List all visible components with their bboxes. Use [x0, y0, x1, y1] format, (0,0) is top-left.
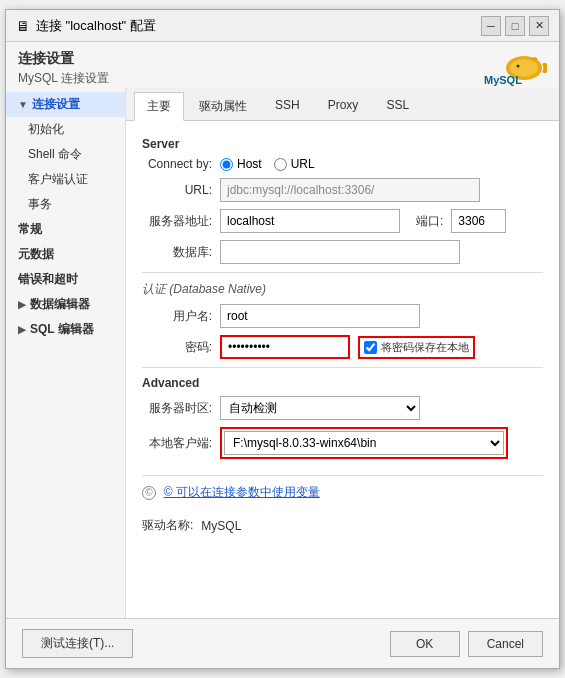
sidebar-item-label: 元数据	[18, 246, 54, 263]
driver-label: 驱动名称:	[142, 517, 193, 534]
sidebar-item-label: Shell 命令	[28, 146, 82, 163]
header-wrapper: 连接设置 MySQL 连接设置 MySQL	[6, 42, 559, 88]
info-icon: ©	[142, 486, 156, 500]
header-title: 连接设置	[18, 50, 109, 68]
db-label: 数据库:	[142, 244, 212, 261]
port-input[interactable]	[451, 209, 506, 233]
mysql-logo: MySQL	[482, 50, 547, 88]
radio-host-text: Host	[237, 157, 262, 171]
chevron-right-icon: ▶	[18, 324, 26, 335]
sidebar: ▼ 连接设置 初始化 Shell 命令 客户端认证 事务 常规 元数据 错误	[6, 88, 126, 618]
timezone-select[interactable]: 自动检测 UTC Asia/Shanghai	[220, 396, 420, 420]
timezone-row: 服务器时区: 自动检测 UTC Asia/Shanghai	[142, 396, 543, 420]
main-window: 🖥 连接 "localhost" 配置 ─ □ ✕ 连接设置 MySQL 连接设…	[5, 9, 560, 669]
username-label: 用户名:	[142, 308, 212, 325]
sidebar-item-client-auth[interactable]: 客户端认证	[6, 167, 125, 192]
local-client-select[interactable]: F:\mysql-8.0.33-winx64\bin	[224, 431, 504, 455]
db-row: 数据库:	[142, 240, 543, 264]
local-client-row: 本地客户端: F:\mysql-8.0.33-winx64\bin	[142, 427, 543, 459]
tab-main[interactable]: 主要	[134, 92, 184, 121]
sidebar-item-error-timeout[interactable]: 错误和超时	[6, 267, 125, 292]
main-content: ▼ 连接设置 初始化 Shell 命令 客户端认证 事务 常规 元数据 错误	[6, 88, 559, 618]
sidebar-item-label: 客户端认证	[28, 171, 88, 188]
form-area: Server Connect by: Host URL	[126, 121, 559, 618]
password-row: 密码: 将密码保存在本地	[142, 335, 543, 359]
db-input[interactable]	[220, 240, 460, 264]
username-row: 用户名:	[142, 304, 543, 328]
window-title: 连接 "localhost" 配置	[36, 17, 156, 35]
right-panel: 主要 驱动属性 SSH Proxy SSL Server Connect by:…	[126, 88, 559, 618]
password-input[interactable]	[220, 335, 350, 359]
chevron-icon: ▼	[18, 99, 28, 110]
auth-label: 认证 (Database Native)	[142, 281, 543, 298]
radio-url-label[interactable]: URL	[274, 157, 315, 171]
radio-url-text: URL	[291, 157, 315, 171]
driver-row: 驱动名称: MySQL	[142, 517, 543, 534]
save-password-checkbox[interactable]	[364, 341, 377, 354]
sidebar-item-metadata[interactable]: 元数据	[6, 242, 125, 267]
svg-point-2	[517, 65, 520, 68]
tab-bar: 主要 驱动属性 SSH Proxy SSL	[126, 88, 559, 121]
title-bar-controls: ─ □ ✕	[481, 16, 549, 36]
bottom-bar: 测试连接(T)... OK Cancel	[6, 618, 559, 668]
sidebar-item-shell[interactable]: Shell 命令	[6, 142, 125, 167]
host-label: 服务器地址:	[142, 213, 212, 230]
connect-by-label: Connect by:	[142, 157, 212, 171]
maximize-button[interactable]: □	[505, 16, 525, 36]
url-label: URL:	[142, 183, 212, 197]
timezone-label: 服务器时区:	[142, 400, 212, 417]
divider-1	[142, 272, 543, 273]
ok-button[interactable]: OK	[390, 631, 460, 657]
sidebar-item-label: 连接设置	[32, 96, 80, 113]
advanced-label: Advanced	[142, 376, 543, 390]
sidebar-item-label: 初始化	[28, 121, 64, 138]
sidebar-item-connection[interactable]: ▼ 连接设置	[6, 92, 125, 117]
password-label: 密码:	[142, 339, 212, 356]
save-password-label[interactable]: 将密码保存在本地	[358, 336, 475, 359]
title-bar-left: 🖥 连接 "localhost" 配置	[16, 17, 156, 35]
variables-link[interactable]: © 可以在连接参数中使用变量	[164, 485, 320, 499]
tab-driver-props[interactable]: 驱动属性	[186, 92, 260, 120]
local-client-select-wrapper: F:\mysql-8.0.33-winx64\bin	[220, 427, 508, 459]
auth-section: 认证 (Database Native) 用户名: 密码: 将密码保存在本地	[142, 281, 543, 359]
sidebar-item-label: SQL 编辑器	[30, 321, 94, 338]
close-button[interactable]: ✕	[529, 16, 549, 36]
connect-by-row: Connect by: Host URL	[142, 157, 543, 171]
ok-cancel-group: OK Cancel	[390, 631, 543, 657]
header-text: 连接设置 MySQL 连接设置	[18, 50, 109, 87]
host-row: 服务器地址: 端口:	[142, 209, 543, 233]
test-connection-button[interactable]: 测试连接(T)...	[22, 629, 133, 658]
username-input[interactable]	[220, 304, 420, 328]
host-input[interactable]	[220, 209, 400, 233]
server-section-label: Server	[142, 137, 543, 151]
minimize-button[interactable]: ─	[481, 16, 501, 36]
radio-host-label[interactable]: Host	[220, 157, 262, 171]
driver-value: MySQL	[201, 519, 241, 533]
tab-proxy[interactable]: Proxy	[315, 92, 372, 120]
sidebar-item-label: 错误和超时	[18, 271, 78, 288]
radio-host[interactable]	[220, 158, 233, 171]
divider-2	[142, 367, 543, 368]
tab-ssh[interactable]: SSH	[262, 92, 313, 120]
local-client-label: 本地客户端:	[142, 435, 212, 452]
sidebar-item-sql-editor[interactable]: ▶ SQL 编辑器	[6, 317, 125, 342]
sidebar-item-general[interactable]: 常规	[6, 217, 125, 242]
header-subtitle: MySQL 连接设置	[18, 70, 109, 87]
sidebar-item-tasks[interactable]: 事务	[6, 192, 125, 217]
port-label: 端口:	[416, 213, 443, 230]
window-title-icon: 🖥	[16, 18, 30, 34]
sidebar-item-label: 常规	[18, 221, 42, 238]
url-input[interactable]	[220, 178, 480, 202]
chevron-right-icon: ▶	[18, 299, 26, 310]
radio-url[interactable]	[274, 158, 287, 171]
save-password-text: 将密码保存在本地	[381, 340, 469, 355]
sidebar-item-label: 事务	[28, 196, 52, 213]
svg-text:MySQL: MySQL	[484, 74, 522, 86]
url-row: URL:	[142, 178, 543, 202]
advanced-section: Advanced 服务器时区: 自动检测 UTC Asia/Shanghai 本…	[142, 376, 543, 459]
sidebar-item-label: 数据编辑器	[30, 296, 90, 313]
cancel-button[interactable]: Cancel	[468, 631, 543, 657]
tab-ssl[interactable]: SSL	[373, 92, 422, 120]
sidebar-item-init[interactable]: 初始化	[6, 117, 125, 142]
sidebar-item-data-editor[interactable]: ▶ 数据编辑器	[6, 292, 125, 317]
